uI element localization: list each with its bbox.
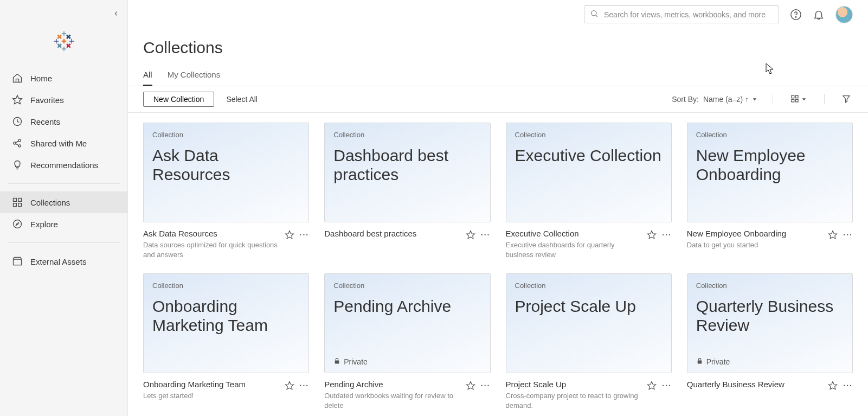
card-meta: Quarterly Business Review··· [687, 380, 853, 391]
sidebar: Home Favorites Recents Shared with Me Re… [0, 0, 128, 416]
card-actions: ··· [285, 229, 310, 240]
select-all-button[interactable]: Select All [226, 95, 258, 104]
favorite-button[interactable] [647, 230, 657, 240]
sidebar-item-recents[interactable]: Recents [0, 111, 127, 132]
more-actions-button[interactable]: ··· [481, 381, 491, 390]
svg-rect-31 [14, 259, 22, 265]
favorite-button[interactable] [828, 230, 838, 240]
card-title: Quarterly Business Review [696, 297, 844, 335]
card-type-label: Collection [333, 281, 481, 290]
card-title: Ask Data Resources [152, 146, 300, 184]
favorite-button[interactable] [828, 381, 838, 391]
more-actions-button[interactable]: ··· [300, 231, 310, 239]
card-type-label: Collection [696, 281, 844, 290]
collection-card-tile[interactable]: CollectionExecutive Collection [506, 123, 672, 222]
card-meta: Executive CollectionExecutive dashboards… [506, 229, 672, 259]
svg-marker-45 [466, 231, 474, 239]
favorite-button[interactable] [466, 381, 475, 391]
favorite-button[interactable] [466, 230, 475, 240]
search-icon [590, 9, 599, 20]
filter-icon [842, 94, 851, 105]
svg-marker-42 [802, 98, 806, 100]
card-description: Outdated workbooks waiting for review to… [324, 391, 460, 410]
more-actions-button[interactable]: ··· [662, 381, 672, 390]
card-meta: New Employee OnboardingData to get you s… [687, 229, 853, 250]
more-actions-button[interactable]: ··· [300, 381, 310, 390]
help-icon[interactable] [790, 9, 802, 21]
search-box[interactable] [584, 5, 779, 23]
collection-card: CollectionPending ArchivePrivatePending … [324, 273, 490, 410]
card-name[interactable]: Quarterly Business Review [687, 380, 823, 389]
favorite-button[interactable] [647, 381, 657, 391]
card-type-label: Collection [515, 281, 663, 290]
more-actions-button[interactable]: ··· [843, 381, 853, 390]
svg-marker-53 [829, 382, 837, 389]
sidebar-item-external-assets[interactable]: External Assets [0, 251, 127, 272]
collection-card-tile[interactable]: CollectionDashboard best practices [324, 123, 490, 222]
collection-card: CollectionAsk Data ResourcesAsk Data Res… [143, 123, 309, 259]
sort-by-select[interactable]: Name (a–z) ↑ [703, 95, 757, 104]
svg-point-33 [591, 11, 596, 16]
compass-icon [12, 219, 23, 229]
more-actions-button[interactable]: ··· [662, 231, 672, 239]
sidebar-collapse-button[interactable] [112, 10, 120, 19]
collection-card-tile[interactable]: CollectionNew Employee Onboarding [687, 123, 853, 222]
collection-card-tile[interactable]: CollectionQuarterly Business ReviewPriva… [687, 273, 853, 373]
avatar[interactable] [835, 6, 853, 23]
card-type-label: Collection [152, 281, 300, 290]
share-icon [12, 138, 23, 149]
svg-rect-25 [14, 199, 17, 202]
card-name[interactable]: Onboarding Marketing Team [143, 380, 279, 389]
favorite-button[interactable] [285, 381, 294, 391]
more-actions-button[interactable]: ··· [481, 231, 491, 239]
new-collection-button[interactable]: New Collection [143, 92, 214, 107]
lock-icon [696, 357, 703, 366]
favorite-button[interactable] [285, 230, 294, 240]
svg-marker-44 [285, 231, 293, 239]
toolbar-divider [824, 94, 825, 104]
collection-card-tile[interactable]: CollectionProject Scale Up [506, 273, 672, 373]
sort-by-value: Name (a–z) ↑ [703, 95, 749, 104]
collection-card-tile[interactable]: CollectionOnboarding Marketing Team [143, 273, 309, 373]
search-input[interactable] [604, 10, 773, 19]
card-type-label: Collection [515, 131, 663, 139]
svg-line-23 [16, 141, 19, 143]
card-meta: Ask Data ResourcesData sources optimized… [143, 229, 309, 259]
more-actions-button[interactable]: ··· [843, 231, 853, 239]
svg-rect-40 [792, 99, 794, 102]
svg-point-36 [795, 16, 796, 17]
svg-point-29 [14, 220, 22, 228]
page-title: Collections [128, 27, 868, 61]
toolbar-divider [773, 94, 773, 104]
card-name[interactable]: Pending Archive [324, 380, 460, 389]
sidebar-item-home[interactable]: Home [0, 67, 127, 89]
svg-rect-28 [18, 203, 22, 207]
sidebar-item-explore[interactable]: Explore [0, 213, 127, 235]
grid-icon [12, 197, 23, 208]
svg-marker-43 [843, 95, 850, 102]
collection-card-tile[interactable]: CollectionPending ArchivePrivate [324, 273, 490, 373]
card-name[interactable]: Ask Data Resources [143, 229, 279, 238]
sidebar-item-label: Shared with Me [30, 139, 87, 148]
sidebar-item-shared[interactable]: Shared with Me [0, 132, 127, 154]
sidebar-item-favorites[interactable]: Favorites [0, 89, 127, 111]
card-actions: ··· [647, 380, 672, 391]
view-mode-button[interactable] [788, 92, 809, 107]
card-name[interactable]: New Employee Onboarding [687, 229, 823, 238]
card-name[interactable]: Executive Collection [506, 229, 642, 238]
sort-by-label: Sort By: [672, 95, 699, 104]
card-name[interactable]: Dashboard best practices [324, 229, 460, 238]
tableau-logo [0, 30, 127, 52]
notifications-icon[interactable] [813, 9, 825, 21]
sidebar-item-collections[interactable]: Collections [0, 191, 127, 213]
filter-button[interactable] [840, 92, 853, 107]
sidebar-item-recommendations[interactable]: Recommendations [0, 154, 127, 176]
private-label: Private [344, 357, 368, 366]
tab-my-collections[interactable]: My Collections [168, 67, 221, 86]
private-badge: Private [696, 357, 730, 366]
card-type-label: Collection [696, 131, 844, 139]
tab-all[interactable]: All [143, 67, 152, 86]
collection-card-tile[interactable]: CollectionAsk Data Resources [143, 123, 309, 222]
svg-rect-27 [14, 203, 17, 207]
card-name[interactable]: Project Scale Up [506, 380, 642, 389]
